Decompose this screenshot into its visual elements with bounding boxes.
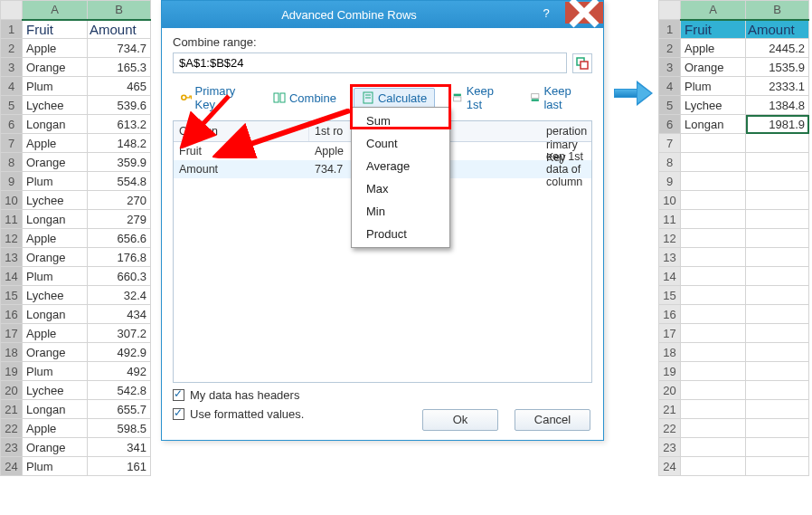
cell[interactable]: 279 <box>88 210 151 229</box>
row-header[interactable]: 18 <box>659 343 681 362</box>
cell[interactable] <box>746 210 809 229</box>
cell[interactable]: Orange <box>23 343 88 362</box>
cell[interactable] <box>746 229 809 248</box>
header-cell-amount[interactable]: Amount <box>88 20 151 39</box>
cell[interactable]: Longan <box>23 210 88 229</box>
cell[interactable]: 1981.9 <box>746 115 809 134</box>
cell[interactable]: 613.2 <box>88 115 151 134</box>
checkbox-icon[interactable] <box>173 389 184 401</box>
row-header[interactable]: 13 <box>1 248 23 267</box>
cell[interactable]: Plum <box>23 362 88 381</box>
row-header[interactable]: 21 <box>1 400 23 419</box>
row-header[interactable]: 2 <box>659 39 681 58</box>
cell[interactable] <box>746 362 809 381</box>
cell[interactable] <box>746 381 809 400</box>
cell[interactable]: Apple <box>23 419 88 438</box>
dropdown-item-product[interactable]: Product <box>352 223 449 245</box>
cell[interactable]: 165.3 <box>88 58 151 77</box>
row-header[interactable]: 19 <box>1 362 23 381</box>
dropdown-item-average[interactable]: Average <box>352 155 449 177</box>
cell[interactable]: 1384.8 <box>746 96 809 115</box>
row-header[interactable]: 4 <box>659 77 681 96</box>
row-header[interactable]: 8 <box>659 153 681 172</box>
cell[interactable]: Longan <box>23 115 88 134</box>
cell[interactable] <box>746 248 809 267</box>
row-header[interactable]: 3 <box>1 58 23 77</box>
checkbox-icon[interactable] <box>173 408 184 420</box>
cell[interactable] <box>746 438 809 457</box>
cell[interactable]: 2333.1 <box>746 77 809 96</box>
cell[interactable] <box>746 343 809 362</box>
cell[interactable]: 359.9 <box>88 153 151 172</box>
row-header[interactable]: 16 <box>1 305 23 324</box>
cell[interactable]: 307.2 <box>88 324 151 343</box>
primary-key-button[interactable]: Primary Key <box>173 81 256 115</box>
cell[interactable]: Lychee <box>23 286 88 305</box>
cell[interactable]: Apple <box>23 39 88 58</box>
header-cell-fruit[interactable]: Fruit <box>23 20 88 39</box>
row-header[interactable]: 9 <box>659 172 681 191</box>
cell[interactable]: 32.4 <box>88 286 151 305</box>
row-header[interactable]: 2 <box>1 39 23 58</box>
row-header[interactable]: 22 <box>659 419 681 438</box>
cell[interactable]: Plum <box>23 267 88 286</box>
row-header[interactable]: 23 <box>659 438 681 457</box>
cell[interactable]: Apple <box>681 39 746 58</box>
column-header-a[interactable]: A <box>681 1 746 20</box>
keep-first-button[interactable]: Keep 1st <box>444 81 513 115</box>
cell[interactable] <box>681 381 746 400</box>
cell[interactable] <box>681 191 746 210</box>
select-all-corner[interactable] <box>1 1 23 20</box>
cell[interactable] <box>681 324 746 343</box>
row-header[interactable]: 20 <box>659 381 681 400</box>
row-header[interactable]: 4 <box>1 77 23 96</box>
row-header[interactable]: 10 <box>659 191 681 210</box>
cell[interactable]: Lychee <box>681 96 746 115</box>
dropdown-item-max[interactable]: Max <box>352 177 449 200</box>
combine-range-input[interactable] <box>173 52 567 73</box>
cell[interactable] <box>746 286 809 305</box>
row-header[interactable]: 22 <box>1 419 23 438</box>
header-cell-fruit[interactable]: Fruit <box>681 20 746 39</box>
cell[interactable]: 148.2 <box>88 134 151 153</box>
cell[interactable]: Plum <box>681 77 746 96</box>
cell[interactable]: 598.5 <box>88 419 151 438</box>
cell[interactable]: 492.9 <box>88 343 151 362</box>
list-header-column[interactable]: Column <box>174 121 309 141</box>
row-header[interactable]: 11 <box>1 210 23 229</box>
row-header[interactable]: 18 <box>1 343 23 362</box>
cell[interactable]: 660.3 <box>88 267 151 286</box>
row-header[interactable]: 15 <box>1 286 23 305</box>
cell[interactable]: 341 <box>88 438 151 457</box>
cell[interactable]: Plum <box>23 77 88 96</box>
cell[interactable] <box>681 172 746 191</box>
dialog-titlebar[interactable]: Advanced Combine Rows ? <box>162 1 603 28</box>
row-header[interactable]: 1 <box>1 20 23 39</box>
cell[interactable]: Orange <box>23 438 88 457</box>
cell[interactable] <box>746 267 809 286</box>
row-header[interactable]: 23 <box>1 438 23 457</box>
row-header[interactable]: 19 <box>659 362 681 381</box>
row-header[interactable]: 20 <box>1 381 23 400</box>
cell[interactable]: Lychee <box>23 191 88 210</box>
cell[interactable] <box>681 286 746 305</box>
cell[interactable] <box>746 324 809 343</box>
help-button[interactable]: ? <box>527 2 565 24</box>
range-picker-button[interactable] <box>572 53 592 73</box>
cell[interactable]: 161 <box>88 457 151 476</box>
cell[interactable]: 492 <box>88 362 151 381</box>
row-header[interactable]: 12 <box>659 229 681 248</box>
row-header[interactable]: 3 <box>659 58 681 77</box>
cancel-button[interactable]: Cancel <box>515 409 590 431</box>
cell[interactable] <box>681 248 746 267</box>
cell[interactable] <box>681 305 746 324</box>
cell[interactable] <box>681 362 746 381</box>
cell[interactable] <box>746 134 809 153</box>
check-has-headers[interactable]: My data has headers <box>173 388 592 402</box>
combine-button[interactable]: Combine <box>265 88 345 109</box>
header-cell-amount[interactable]: Amount <box>746 20 809 39</box>
cell[interactable]: Plum <box>23 172 88 191</box>
select-all-corner[interactable] <box>659 1 681 20</box>
cell[interactable]: 656.6 <box>88 229 151 248</box>
row-header[interactable]: 17 <box>1 324 23 343</box>
